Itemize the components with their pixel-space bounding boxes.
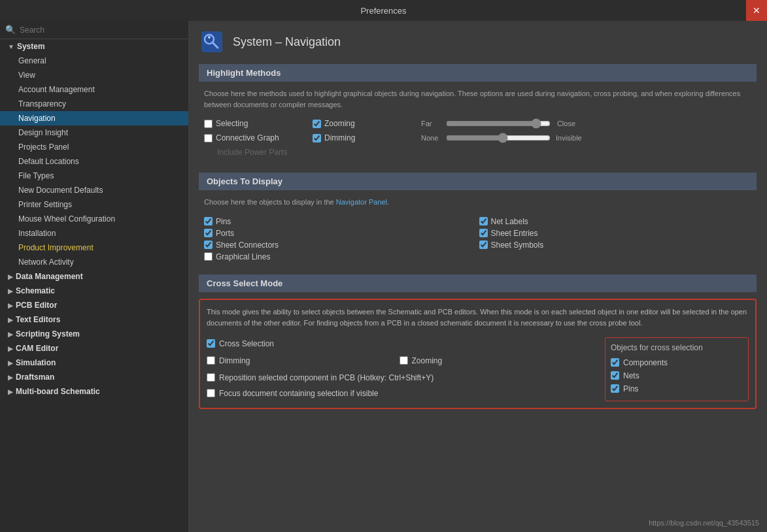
dimming-checkbox[interactable] bbox=[313, 134, 321, 142]
cross-zooming-checkbox[interactable] bbox=[400, 356, 408, 365]
svg-point-3 bbox=[208, 36, 211, 39]
sidebar-item-new-document-defaults[interactable]: New Document Defaults bbox=[0, 183, 188, 197]
cross-selection-checkbox[interactable] bbox=[207, 339, 215, 348]
sidebar-item-scripting-system[interactable]: ▶ Scripting System bbox=[0, 327, 188, 341]
cross-dimming-option[interactable]: Dimming bbox=[207, 354, 400, 367]
zooming-option[interactable]: Zooming bbox=[313, 119, 411, 128]
cross-dimming-checkbox[interactable] bbox=[207, 356, 215, 365]
cross-select-columns: Cross Selection Dimming Zooming bbox=[207, 337, 749, 401]
arrow-icon: ▶ bbox=[8, 316, 13, 324]
arrow-icon: ▶ bbox=[8, 374, 13, 381]
sidebar-item-system[interactable]: ▼ System bbox=[0, 39, 188, 54]
cross-pins-option[interactable]: Pins bbox=[611, 382, 743, 395]
dimming-slider[interactable] bbox=[446, 133, 551, 143]
sidebar-item-network-activity[interactable]: Network Activity bbox=[0, 255, 188, 269]
ports-checkbox[interactable] bbox=[204, 229, 213, 237]
sidebar-item-general[interactable]: General bbox=[0, 54, 188, 68]
sheet-entries-checkbox[interactable] bbox=[479, 229, 488, 237]
cross-pins-checkbox[interactable] bbox=[611, 384, 619, 393]
cross-select-mode-section: Cross Select Mode This mode gives the ab… bbox=[199, 274, 757, 409]
cross-selection-option[interactable]: Cross Selection bbox=[207, 337, 592, 350]
highlight-methods-header: Highlight Methods bbox=[199, 64, 757, 82]
cross-sub-options: Dimming Zooming bbox=[207, 354, 592, 367]
sidebar-item-cam-editor[interactable]: ▶ CAM Editor bbox=[0, 341, 188, 356]
sidebar-item-installation[interactable]: Installation bbox=[0, 226, 188, 241]
sidebar-item-projects-panel[interactable]: Projects Panel bbox=[0, 140, 188, 154]
focus-label: Focus document containing selection if v… bbox=[219, 389, 378, 398]
sidebar-item-text-editors[interactable]: ▶ Text Editors bbox=[0, 312, 188, 327]
arrow-icon: ▶ bbox=[8, 359, 13, 367]
connective-graph-label: Connective Graph bbox=[216, 133, 279, 142]
ports-option[interactable]: Ports bbox=[204, 229, 477, 238]
nets-option[interactable]: Nets bbox=[611, 369, 743, 382]
sidebar-item-product-improvement[interactable]: Product Improvement bbox=[0, 241, 188, 255]
objects-to-display-header: Objects To Display bbox=[199, 173, 757, 190]
net-labels-option[interactable]: Net Labels bbox=[479, 217, 752, 226]
selecting-checkbox[interactable] bbox=[204, 120, 213, 128]
sheet-entries-label: Sheet Entries bbox=[491, 229, 538, 238]
sheet-entries-option[interactable]: Sheet Entries bbox=[479, 229, 752, 238]
focus-checkbox[interactable] bbox=[207, 389, 215, 397]
slider-row1: Far Close bbox=[421, 118, 751, 129]
sidebar-item-draftsman[interactable]: ▶ Draftsman bbox=[0, 370, 188, 384]
sidebar-item-transparency[interactable]: Transparency bbox=[0, 97, 188, 111]
focus-option[interactable]: Focus document containing selection if v… bbox=[207, 387, 592, 400]
sidebar-item-navigation[interactable]: Navigation bbox=[0, 111, 188, 125]
sidebar-item-pcb-editor[interactable]: ▶ PCB Editor bbox=[0, 298, 188, 312]
pins-checkbox[interactable] bbox=[204, 217, 213, 225]
cross-select-left: Cross Selection Dimming Zooming bbox=[207, 337, 592, 401]
close-button[interactable]: ✕ bbox=[746, 0, 767, 21]
navigator-panel-link[interactable]: Navigator Panel bbox=[336, 198, 387, 206]
sheet-symbols-option[interactable]: Sheet Symbols bbox=[479, 241, 752, 250]
sidebar-item-default-locations[interactable]: Default Locations bbox=[0, 154, 188, 169]
sidebar-item-file-types[interactable]: File Types bbox=[0, 169, 188, 183]
invisible-label: Invisible bbox=[556, 134, 582, 142]
zooming-label: Zooming bbox=[324, 119, 355, 128]
selecting-option[interactable]: Selecting bbox=[204, 119, 302, 128]
search-icon: 🔍 bbox=[5, 25, 16, 35]
include-power-parts: Include Power Parts bbox=[199, 145, 757, 162]
sidebar-item-account-management[interactable]: Account Management bbox=[0, 82, 188, 97]
none-label: None bbox=[421, 134, 441, 142]
sheet-connectors-option[interactable]: Sheet Connectors bbox=[204, 241, 477, 250]
nets-checkbox[interactable] bbox=[611, 371, 619, 380]
components-checkbox[interactable] bbox=[611, 358, 619, 367]
sidebar-item-data-management[interactable]: ▶ Data Management bbox=[0, 269, 188, 284]
components-option[interactable]: Components bbox=[611, 356, 743, 369]
connective-graph-checkbox[interactable] bbox=[204, 134, 213, 142]
sheet-connectors-checkbox[interactable] bbox=[204, 241, 213, 249]
connective-graph-option[interactable]: Connective Graph bbox=[204, 133, 302, 142]
reposition-checkbox[interactable] bbox=[207, 373, 215, 382]
reposition-option[interactable]: Reposition selected component in PCB (Ho… bbox=[207, 371, 592, 384]
dimming-option[interactable]: Dimming bbox=[313, 133, 411, 142]
graphical-lines-checkbox[interactable] bbox=[204, 252, 213, 261]
net-labels-checkbox[interactable] bbox=[479, 217, 488, 225]
search-box: 🔍 bbox=[0, 21, 188, 39]
reposition-label: Reposition selected component in PCB (Ho… bbox=[219, 373, 434, 382]
objects-grid: Pins Net Labels Ports Sheet Entries Shee… bbox=[199, 214, 757, 264]
cross-dimming-label: Dimming bbox=[219, 356, 250, 365]
zoom-slider[interactable] bbox=[446, 118, 551, 129]
cross-pins-label: Pins bbox=[623, 384, 638, 393]
selecting-label: Selecting bbox=[216, 119, 248, 128]
sidebar-item-design-insight[interactable]: Design Insight bbox=[0, 125, 188, 140]
sidebar-item-simulation[interactable]: ▶ Simulation bbox=[0, 356, 188, 370]
cross-select-desc: This mode gives the ability to select ob… bbox=[207, 307, 749, 329]
sidebar-item-multi-board-schematic[interactable]: ▶ Multi-board Schematic bbox=[0, 384, 188, 399]
cross-zooming-option[interactable]: Zooming bbox=[400, 354, 592, 367]
zooming-checkbox[interactable] bbox=[313, 120, 321, 128]
pins-option[interactable]: Pins bbox=[204, 217, 477, 226]
sidebar-item-schematic[interactable]: ▶ Schematic bbox=[0, 284, 188, 298]
graphical-lines-option[interactable]: Graphical Lines bbox=[204, 252, 477, 261]
sidebar-item-view[interactable]: View bbox=[0, 68, 188, 82]
arrow-icon: ▶ bbox=[8, 288, 13, 295]
objects-for-cross-selection-title: Objects for cross selection bbox=[611, 343, 743, 352]
sheet-symbols-checkbox[interactable] bbox=[479, 241, 488, 249]
sidebar-item-mouse-wheel-configuration[interactable]: Mouse Wheel Configuration bbox=[0, 212, 188, 226]
highlight-options-row1: Selecting Zooming Far Close bbox=[199, 116, 757, 131]
sidebar-item-printer-settings[interactable]: Printer Settings bbox=[0, 197, 188, 212]
search-input[interactable] bbox=[20, 25, 183, 35]
dimming-label: Dimming bbox=[324, 133, 355, 142]
arrow-icon: ▶ bbox=[8, 302, 13, 309]
net-labels-label: Net Labels bbox=[491, 217, 528, 226]
